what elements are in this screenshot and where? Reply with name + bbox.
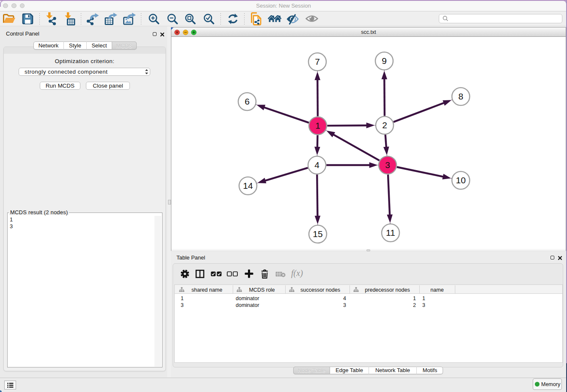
svg-text:8: 8 xyxy=(458,91,463,101)
svg-text:7: 7 xyxy=(315,57,320,66)
svg-text:10: 10 xyxy=(456,175,465,185)
svg-text:1: 1 xyxy=(315,121,320,130)
svg-text:4: 4 xyxy=(314,160,319,170)
svg-text:3: 3 xyxy=(385,160,390,170)
svg-text:9: 9 xyxy=(382,56,387,66)
svg-text:11: 11 xyxy=(386,228,395,237)
svg-text:15: 15 xyxy=(313,229,322,239)
svg-text:14: 14 xyxy=(243,181,253,190)
svg-text:2: 2 xyxy=(382,120,387,130)
svg-text:6: 6 xyxy=(245,97,250,106)
